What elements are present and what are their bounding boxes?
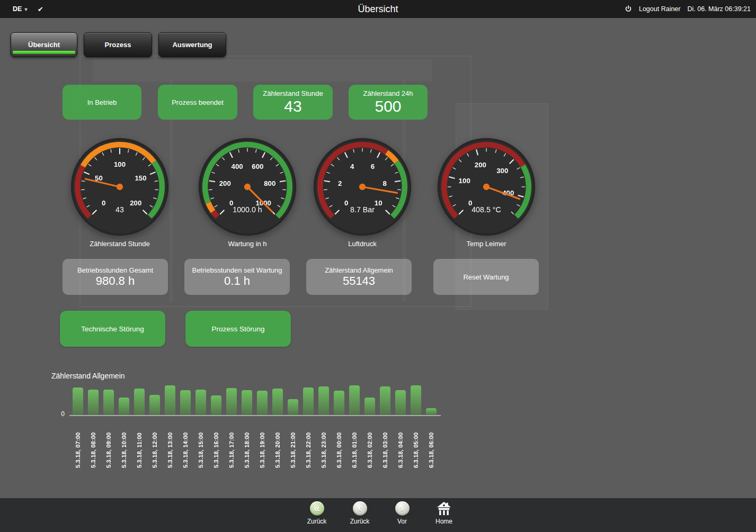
chart-bar xyxy=(318,386,329,415)
chart-bar xyxy=(195,390,206,415)
svg-text:8.7 Bar: 8.7 Bar xyxy=(350,205,375,214)
x-axis-label-text: 5.3.18, 18:00 xyxy=(244,419,250,468)
card-betriebsstunden-seit-wartung: Betriebsstunden seit Wartung0.1 h xyxy=(184,259,290,295)
top-bar: DE ▾ ✔ Übersicht Logout Rainer Di. 06. M… xyxy=(0,0,756,18)
logout-button[interactable]: Logout Rainer xyxy=(639,5,681,13)
chart-bar xyxy=(257,391,268,415)
x-axis-label-text: 5.3.18, 10:00 xyxy=(121,419,127,468)
x-axis-label-text: 5.3.18, 09:00 xyxy=(105,419,112,468)
info-card-value: 0.1 h xyxy=(224,275,250,287)
chart-bar xyxy=(226,388,237,415)
x-axis-label: 5.3.18, 22:00 xyxy=(303,419,314,468)
nav-label: Zurück xyxy=(307,518,327,525)
gauge-wartung-label: Wartung in h xyxy=(189,240,306,248)
info-card-label: Betriebsstunden seit Wartung xyxy=(192,266,282,274)
check-icon: ✔ xyxy=(38,0,43,18)
chart-bar xyxy=(334,391,344,415)
power-icon[interactable] xyxy=(625,5,632,13)
x-axis-label-text: 5.3.18, 08:00 xyxy=(90,419,96,468)
chart-bar xyxy=(242,390,252,415)
svg-text:150: 150 xyxy=(135,174,146,182)
chart-bar xyxy=(272,389,283,415)
x-axis-label-text: 5.3.18, 20:00 xyxy=(274,419,281,468)
x-axis-label: 5.3.18, 16:00 xyxy=(211,419,221,468)
chart-bar xyxy=(88,390,99,415)
x-axis-label: 5.3.18, 19:00 xyxy=(257,419,268,468)
language-selector[interactable]: DE ▾ xyxy=(13,0,27,18)
top-bar-right: Logout Rainer Di. 06. März 06:39:21 xyxy=(625,0,751,18)
x-axis-label: 6.3.18, 00:00 xyxy=(334,419,344,468)
svg-text:43: 43 xyxy=(115,205,124,214)
x-axis-label-text: 5.3.18, 07:00 xyxy=(75,419,81,468)
x-axis-label-text: 6.3.18, 04:00 xyxy=(397,419,404,468)
chart-bar xyxy=(411,385,421,415)
x-axis-label-text: 6.3.18, 03:00 xyxy=(382,419,388,468)
chart-bar xyxy=(103,390,114,415)
chevron-right-icon: › xyxy=(395,501,410,516)
nav-back-button[interactable]: ‹Zurück xyxy=(339,501,381,525)
svg-text:400: 400 xyxy=(231,163,243,170)
chevron-left-icon: ‹ xyxy=(353,501,367,516)
card-betriebsstunden-gesamt: Betriebsstunden Gesamt980.8 h xyxy=(63,259,168,295)
svg-text:2: 2 xyxy=(338,179,342,187)
svg-text:300: 300 xyxy=(496,167,508,175)
technische-stoerung-button[interactable]: Technische Störung xyxy=(60,311,165,347)
tab-auswertung[interactable]: Auswertung xyxy=(158,32,226,57)
x-axis-labels: 5.3.18, 07:005.3.18, 08:005.3.18, 09:005… xyxy=(73,419,437,468)
chart-bar xyxy=(73,387,83,415)
status-card-value: 500 xyxy=(375,98,401,115)
x-axis-label-text: 5.3.18, 12:00 xyxy=(152,419,158,468)
chart-bar xyxy=(380,386,390,415)
svg-text:4: 4 xyxy=(350,163,354,170)
x-axis-label: 6.3.18, 03:00 xyxy=(380,419,390,468)
x-axis-label: 5.3.18, 12:00 xyxy=(149,419,160,468)
status-card-label: Prozess beendet xyxy=(172,98,224,106)
x-axis-label-text: 6.3.18, 00:00 xyxy=(336,419,342,468)
svg-text:6: 6 xyxy=(371,163,375,170)
info-card-label: Betriebsstunden Gesamt xyxy=(77,266,153,274)
x-axis-label: 6.3.18, 06:00 xyxy=(426,419,437,468)
chart-bar xyxy=(395,390,406,415)
x-axis-label-text: 5.3.18, 13:00 xyxy=(167,419,173,468)
x-axis-label: 5.3.18, 11:00 xyxy=(134,419,145,468)
gauge-zaehlerstand-stunde-label: Zählerstand Stunde xyxy=(61,240,178,248)
status-prozess-beendet: Prozess beendet xyxy=(158,85,237,120)
svg-text:0: 0 xyxy=(102,199,105,207)
x-axis-label: 5.3.18, 20:00 xyxy=(272,419,283,468)
svg-text:600: 600 xyxy=(252,163,263,170)
tab-prozess[interactable]: Prozess xyxy=(84,32,152,57)
reset-wartung-button[interactable]: Reset Wartung xyxy=(433,259,539,295)
chart-bar xyxy=(349,385,360,415)
x-axis-label: 5.3.18, 23:00 xyxy=(318,419,329,468)
x-axis-label: 5.3.18, 14:00 xyxy=(180,419,191,468)
x-axis-label-text: 5.3.18, 17:00 xyxy=(228,419,235,468)
svg-text:100: 100 xyxy=(114,160,126,168)
home-icon xyxy=(435,501,452,516)
y-axis-zero-label: 0 xyxy=(52,410,65,418)
nav-home-button[interactable]: Home xyxy=(423,501,465,525)
info-card-label: Reset Wartung xyxy=(463,273,509,281)
prozess-stoerung-button[interactable]: Prozess Störung xyxy=(185,311,291,347)
chart-bar xyxy=(165,385,175,415)
nav-forward-button[interactable]: ›Vor xyxy=(381,501,423,525)
chart-bar xyxy=(303,387,314,415)
tab-uebersicht[interactable]: Übersicht xyxy=(11,32,77,57)
nav-back-fast-button[interactable]: «Zurück xyxy=(296,501,338,525)
status-card-label: In Betrieb xyxy=(87,98,117,106)
x-axis-label: 5.3.18, 13:00 xyxy=(165,419,175,468)
datetime-label: Di. 06. März 06:39:21 xyxy=(687,5,751,13)
x-axis-label: 5.3.18, 07:00 xyxy=(73,419,83,468)
x-axis-label: 5.3.18, 15:00 xyxy=(195,419,206,468)
svg-text:10: 10 xyxy=(375,199,383,207)
chart-bar xyxy=(180,390,191,415)
x-axis-label-text: 6.3.18, 05:00 xyxy=(413,419,419,468)
x-axis-label-text: 6.3.18, 06:00 xyxy=(428,419,434,468)
bar-series xyxy=(73,385,437,415)
x-axis-label-text: 5.3.18, 16:00 xyxy=(213,419,219,468)
status-zaehlerstand-24h: Zählerstand 24h500 xyxy=(349,85,428,120)
background-shape xyxy=(93,59,432,82)
hmi-screen: DE ▾ ✔ Übersicht Logout Rainer Di. 06. M… xyxy=(0,0,756,532)
gauge-temp-leimer-label: Temp Leimer xyxy=(428,240,545,248)
svg-text:408.5 °C: 408.5 °C xyxy=(472,205,501,214)
x-axis-label: 6.3.18, 04:00 xyxy=(395,419,406,468)
